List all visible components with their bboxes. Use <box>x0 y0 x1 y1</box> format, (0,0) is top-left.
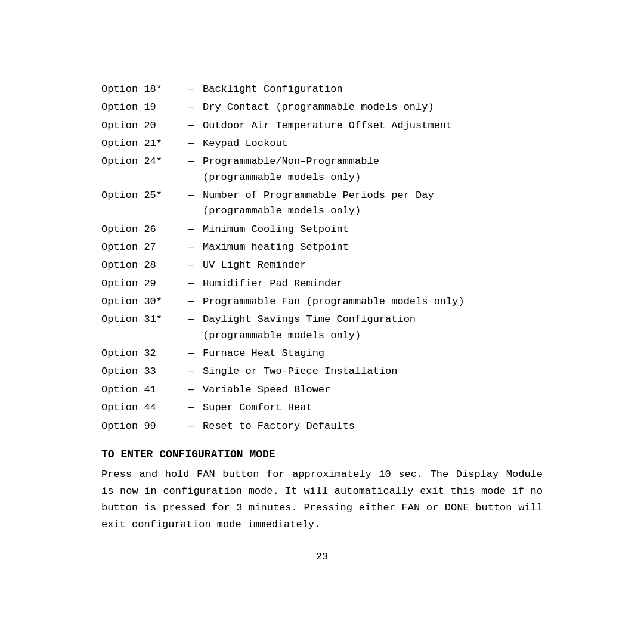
option-dash: — <box>179 419 203 434</box>
option-label: Option 44 <box>101 400 179 416</box>
option-row: Option 21* — Keypad Lockout <box>101 136 543 151</box>
option-dash: — <box>179 312 203 327</box>
option-label: Option 20 <box>101 118 179 134</box>
option-row: Option 20 — Outdoor Air Temperature Offs… <box>101 118 543 134</box>
option-row: Option 24* — Programmable/Non–Programmab… <box>101 154 543 185</box>
option-desc: Humidifier Pad Reminder <box>203 276 543 292</box>
option-dash: — <box>179 100 203 115</box>
option-row: Option 28 — UV Light Reminder <box>101 258 543 273</box>
option-dash: — <box>179 382 203 398</box>
option-dash: — <box>179 82 203 97</box>
option-dash: — <box>179 346 203 361</box>
option-desc: Outdoor Air Temperature Offset Adjustmen… <box>203 118 543 134</box>
page-number: 23 <box>101 551 543 562</box>
option-desc: Variable Speed Blower <box>203 382 543 398</box>
option-desc: Backlight Configuration <box>203 82 543 97</box>
option-dash: — <box>179 118 203 134</box>
option-desc: Super Comfort Heat <box>203 400 543 416</box>
option-row: Option 31* — Daylight Savings Time Confi… <box>101 312 543 343</box>
option-desc: Minimum Cooling Setpoint <box>203 222 543 237</box>
option-row: Option 30* — Programmable Fan (programma… <box>101 294 543 309</box>
option-row: Option 29 — Humidifier Pad Reminder <box>101 276 543 292</box>
option-label: Option 19 <box>101 100 179 115</box>
option-label: Option 29 <box>101 276 179 292</box>
option-row: Option 27 — Maximum heating Setpoint <box>101 240 543 255</box>
option-label: Option 24* <box>101 154 179 169</box>
option-label: Option 32 <box>101 346 179 361</box>
option-desc: Reset to Factory Defaults <box>203 419 543 434</box>
option-desc: Number of Programmable Periods per Day(p… <box>203 188 543 219</box>
option-dash: — <box>179 188 203 203</box>
option-row: Option 44 — Super Comfort Heat <box>101 400 543 416</box>
option-sub: (programmable models only) <box>203 203 543 219</box>
option-row: Option 33 — Single or Two–Piece Installa… <box>101 364 543 379</box>
section-heading: TO ENTER CONFIGURATION MODE <box>101 448 543 460</box>
option-dash: — <box>179 240 203 255</box>
section-body: Press and hold FAN button for approximat… <box>101 466 543 533</box>
option-desc: Furnace Heat Staging <box>203 346 543 361</box>
option-label: Option 28 <box>101 258 179 273</box>
option-dash: — <box>179 294 203 309</box>
option-label: Option 26 <box>101 222 179 237</box>
option-desc: Maximum heating Setpoint <box>203 240 543 255</box>
option-row: Option 26 — Minimum Cooling Setpoint <box>101 222 543 237</box>
option-dash: — <box>179 276 203 292</box>
option-sub: (programmable models only) <box>203 328 543 343</box>
option-dash: — <box>179 222 203 237</box>
option-row: Option 25* — Number of Programmable Peri… <box>101 188 543 219</box>
option-label: Option 41 <box>101 382 179 398</box>
option-desc: Dry Contact (programmable models only) <box>203 100 543 115</box>
option-dash: — <box>179 258 203 273</box>
option-desc: Daylight Savings Time Configuration(prog… <box>203 312 543 343</box>
option-label: Option 30* <box>101 294 179 309</box>
option-desc: UV Light Reminder <box>203 258 543 273</box>
option-desc: Programmable/Non–Programmable(programmab… <box>203 154 543 185</box>
option-label: Option 99 <box>101 419 179 434</box>
option-dash: — <box>179 364 203 379</box>
option-row: Option 99 — Reset to Factory Defaults <box>101 419 543 434</box>
option-desc: Keypad Lockout <box>203 136 543 151</box>
option-row: Option 32 — Furnace Heat Staging <box>101 346 543 361</box>
option-label: Option 25* <box>101 188 179 203</box>
page: Option 18* — Backlight ConfigurationOpti… <box>66 58 578 586</box>
option-label: Option 18* <box>101 82 179 97</box>
option-desc: Single or Two–Piece Installation <box>203 364 543 379</box>
option-desc: Programmable Fan (programmable models on… <box>203 294 543 309</box>
option-row: Option 41 — Variable Speed Blower <box>101 382 543 398</box>
option-label: Option 21* <box>101 136 179 151</box>
option-label: Option 33 <box>101 364 179 379</box>
option-sub: (programmable models only) <box>203 170 543 185</box>
option-row: Option 18* — Backlight Configuration <box>101 82 543 97</box>
option-dash: — <box>179 154 203 169</box>
option-dash: — <box>179 400 203 416</box>
config-section: TO ENTER CONFIGURATION MODE Press and ho… <box>101 448 543 533</box>
option-row: Option 19 — Dry Contact (programmable mo… <box>101 100 543 115</box>
option-label: Option 31* <box>101 312 179 327</box>
option-label: Option 27 <box>101 240 179 255</box>
option-dash: — <box>179 136 203 151</box>
options-list: Option 18* — Backlight ConfigurationOpti… <box>101 82 543 434</box>
